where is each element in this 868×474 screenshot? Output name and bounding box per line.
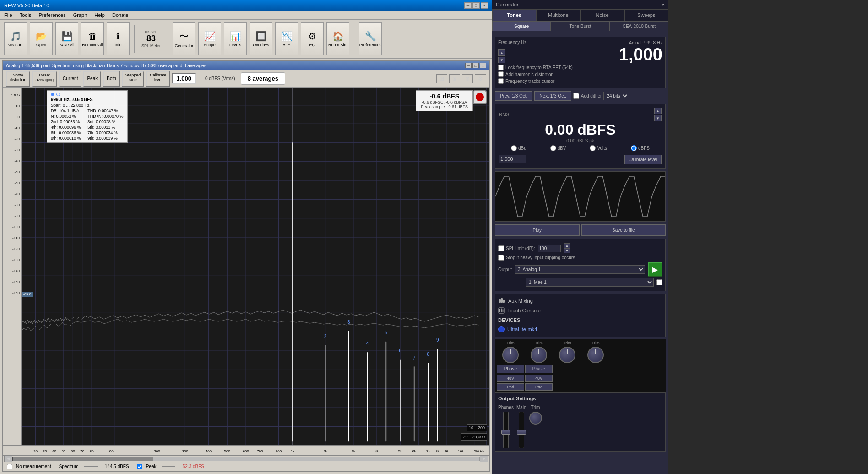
phase-btn-2[interactable]: Phase bbox=[525, 365, 553, 373]
current-button[interactable]: Current bbox=[59, 71, 81, 87]
gen-close-icon[interactable]: × bbox=[662, 2, 665, 7]
trim-knob-4[interactable] bbox=[587, 347, 604, 363]
menu-preferences[interactable]: Preferences bbox=[37, 11, 67, 19]
sub-tab-tone-burst[interactable]: Tone Burst bbox=[551, 22, 609, 31]
scroll-right-btn[interactable]: ▶ bbox=[480, 456, 488, 462]
play-file-button[interactable]: Play bbox=[495, 224, 580, 236]
phones-fader[interactable] bbox=[503, 412, 509, 448]
48v-btn-1[interactable]: 48V bbox=[497, 375, 524, 382]
spl-limit-input[interactable] bbox=[538, 245, 561, 252]
tab-noise[interactable]: Noise bbox=[580, 9, 624, 21]
menu-help[interactable]: Help bbox=[92, 11, 107, 19]
spl-spinner-down[interactable]: ▼ bbox=[564, 248, 571, 253]
range-marker-2[interactable]: 20 .. 20,000 bbox=[461, 433, 487, 441]
chart-scrollbar[interactable]: ◀ ▶ bbox=[3, 455, 489, 462]
phones-fader-thumb[interactable] bbox=[501, 430, 510, 435]
cal-level-button[interactable]: Calibrate level bbox=[624, 155, 662, 164]
dbfs-value-input[interactable] bbox=[499, 155, 526, 163]
menu-tools[interactable]: Tools bbox=[18, 11, 33, 19]
tab-multitone[interactable]: Multitone bbox=[536, 9, 580, 21]
remove-button[interactable]: 🗑 Remove All bbox=[81, 22, 104, 55]
peak-checkbox[interactable] bbox=[137, 464, 142, 469]
settings-btn[interactable]: ⚙ bbox=[475, 74, 486, 83]
save-button[interactable]: 💾 Save All bbox=[55, 22, 78, 55]
scope-button[interactable]: 📈 Scope bbox=[198, 22, 221, 55]
save-file-button[interactable]: Save to file bbox=[581, 224, 666, 236]
next-oct-button[interactable]: Next 1/3 Oct. bbox=[534, 91, 571, 101]
main-fader-thumb[interactable] bbox=[517, 430, 526, 435]
freq-scroll-up[interactable]: ▲ bbox=[498, 49, 505, 56]
both-button[interactable]: Both bbox=[103, 71, 120, 87]
levels-button[interactable]: 📊 Levels bbox=[224, 22, 247, 55]
freq-scroll-down[interactable]: ▼ bbox=[498, 57, 505, 63]
no-measurement-checkbox[interactable] bbox=[7, 464, 12, 469]
dither-select[interactable]: 24 bits 16 bits bbox=[603, 92, 629, 100]
stepped-sine-button[interactable]: Stepped sine bbox=[122, 71, 145, 87]
reset-averaging-button[interactable]: Reset averaging bbox=[32, 71, 58, 87]
pad-btn-1[interactable]: Pad bbox=[497, 383, 524, 391]
main-fader[interactable] bbox=[519, 412, 524, 448]
rta-button[interactable]: 📉 RTA bbox=[275, 22, 298, 55]
mixing-header[interactable]: Aux Mixing bbox=[498, 297, 662, 305]
sub-tab-square[interactable]: Square bbox=[492, 22, 551, 31]
close-btn[interactable]: × bbox=[481, 2, 488, 9]
room-sim-button[interactable]: 🏠 Room Sim bbox=[326, 22, 349, 55]
overlays-button[interactable]: 🔲 Overlays bbox=[250, 22, 272, 55]
48v-btn-2[interactable]: 48V bbox=[525, 375, 553, 382]
generator-button[interactable]: 〜 Generator bbox=[173, 22, 195, 55]
measure-button[interactable]: 🎵 Measure bbox=[4, 22, 27, 55]
eq-button[interactable]: ⚙ EQ bbox=[301, 22, 324, 55]
tab-tones[interactable]: Tones bbox=[492, 9, 536, 21]
peak-button[interactable]: Peak bbox=[83, 71, 101, 87]
freq-cursor-checkbox[interactable] bbox=[498, 78, 504, 84]
pad-btn-2[interactable]: Pad bbox=[525, 383, 553, 391]
level-scroll-up[interactable]: ▲ bbox=[654, 108, 662, 114]
trim-knob-3[interactable] bbox=[559, 347, 575, 363]
record-button[interactable] bbox=[473, 90, 487, 104]
info-button[interactable]: ℹ Info bbox=[107, 22, 130, 55]
radio-dbv[interactable]: dBV bbox=[550, 145, 566, 151]
spl-limit-checkbox[interactable] bbox=[498, 245, 504, 251]
scrollbar-thumb[interactable] bbox=[13, 457, 153, 461]
prev-oct-button[interactable]: Prev. 1/3 Oct. bbox=[495, 91, 532, 101]
stop-heavy-checkbox[interactable] bbox=[498, 255, 504, 261]
dither-checkbox[interactable] bbox=[573, 93, 579, 99]
range-marker-1[interactable]: 10 .. 200 bbox=[467, 424, 487, 431]
touch-console-item[interactable]: Touch Console bbox=[498, 307, 662, 314]
menu-file[interactable]: File bbox=[2, 11, 14, 19]
pan-button[interactable]: ⊕ bbox=[462, 74, 473, 83]
play-button[interactable]: ▶ bbox=[648, 262, 662, 277]
harmonic-checkbox[interactable] bbox=[498, 71, 504, 77]
menu-donate[interactable]: Donate bbox=[110, 11, 130, 19]
tab-sweeps[interactable]: Sweeps bbox=[624, 9, 668, 21]
spl-spinner-up[interactable]: ▲ bbox=[564, 243, 571, 248]
scrollbar-track[interactable] bbox=[12, 457, 480, 461]
sub-maximize-btn[interactable]: □ bbox=[472, 63, 479, 68]
scroll-left-btn[interactable]: ◀ bbox=[4, 456, 12, 462]
radio-dbu[interactable]: dBu bbox=[511, 145, 526, 151]
minimize-btn[interactable]: ─ bbox=[464, 2, 472, 9]
radio-volts[interactable]: Volts bbox=[590, 145, 607, 151]
preferences-button[interactable]: 🔧 Preferences bbox=[359, 22, 382, 55]
lock-rta-checkbox[interactable] bbox=[498, 65, 504, 70]
open-button[interactable]: 📂 Open bbox=[30, 22, 53, 55]
zoom-button[interactable]: ⊠ bbox=[449, 74, 460, 83]
menu-graph[interactable]: Graph bbox=[71, 11, 89, 19]
trim-knob-1[interactable] bbox=[502, 347, 519, 363]
radio-dbfs[interactable]: dBFS bbox=[631, 145, 650, 151]
channel-checkbox[interactable] bbox=[656, 279, 662, 285]
sub-minimize-btn[interactable]: ─ bbox=[465, 63, 472, 68]
sub-close-btn[interactable]: × bbox=[480, 63, 486, 68]
show-distortion-button[interactable]: Show distortion bbox=[6, 71, 30, 87]
calibrate-level-button[interactable]: Calibrate level bbox=[146, 71, 170, 87]
sub-tab-cea[interactable]: CEA-2010 Burst bbox=[610, 22, 668, 31]
channel-select[interactable]: 1: Mae 1 bbox=[526, 278, 654, 287]
level-scroll-down[interactable]: ▼ bbox=[654, 115, 662, 121]
output-trim-knob[interactable] bbox=[529, 412, 542, 425]
maximize-btn[interactable]: □ bbox=[472, 2, 480, 9]
phase-btn-1[interactable]: Phase bbox=[497, 365, 524, 373]
trim-knob-2[interactable] bbox=[531, 347, 547, 363]
output-device-select[interactable]: 3: Analog 1 bbox=[515, 265, 645, 274]
zoom-fit-button[interactable]: ⊞ bbox=[436, 74, 447, 83]
chart-canvas[interactable]: 2 3 4 5 bbox=[22, 88, 489, 445]
